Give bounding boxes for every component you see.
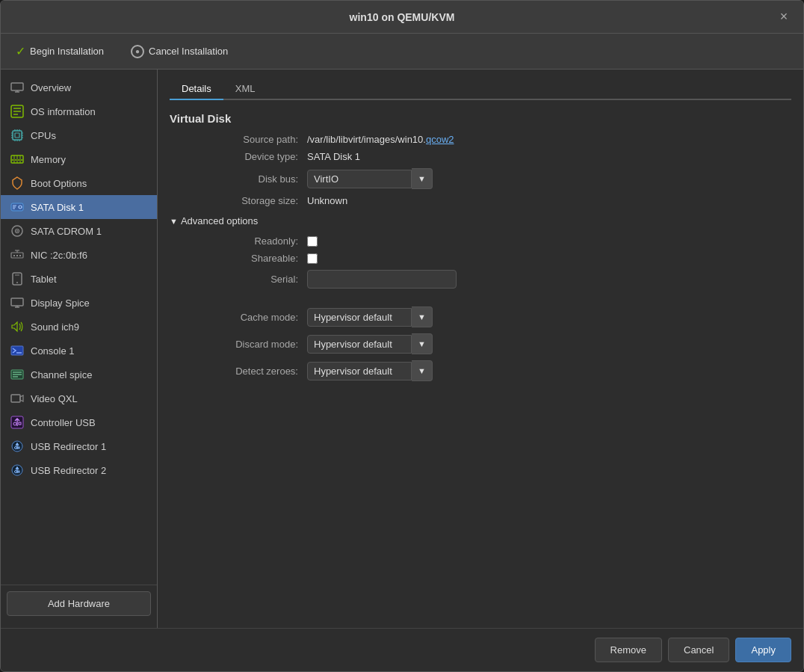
shareable-label: Shareable:: [170, 253, 304, 264]
begin-installation-button[interactable]: ✓ Begin Installation: [10, 41, 110, 61]
storage-size-label: Storage size:: [170, 195, 304, 206]
discard-mode-select[interactable]: Hypervisor default ignore unmap: [307, 335, 412, 354]
add-hardware-button[interactable]: Add Hardware: [7, 591, 151, 616]
svg-rect-49: [11, 346, 23, 355]
advanced-options-toggle[interactable]: ▼ Advanced options: [170, 215, 791, 226]
close-button[interactable]: ×: [773, 7, 794, 28]
sidebar-item-usb-redirector-2[interactable]: USB Redirector 2: [1, 458, 157, 482]
sidebar-label-os-information: OS information: [31, 106, 96, 117]
source-path-value: /var/lib/libvirt/images/win10.qcow2: [307, 134, 791, 145]
sidebar-label-display-spice: Display Spice: [31, 298, 90, 309]
sidebar-item-tablet[interactable]: Tablet: [1, 267, 157, 291]
tabs: Details XML: [170, 78, 791, 100]
sidebar-item-cpus[interactable]: CPUs: [1, 123, 157, 147]
sidebar-label-boot-options: Boot Options: [31, 178, 87, 189]
serial-field: [307, 270, 791, 289]
sidebar-label-cpus: CPUs: [31, 130, 56, 141]
tablet-icon: [10, 271, 25, 286]
usb-ctrl-icon: [10, 415, 25, 430]
disk-bus-select[interactable]: VirtIO SATA IDE SCSI: [307, 170, 412, 188]
sidebar-item-display-spice[interactable]: Display Spice: [1, 291, 157, 315]
sidebar-label-memory: Memory: [31, 154, 66, 165]
sidebar-label-usb-redirector-1: USB Redirector 1: [31, 441, 106, 452]
svg-rect-0: [11, 83, 23, 90]
sidebar-label-tablet: Tablet: [31, 274, 57, 285]
sidebar-label-sound-ich9: Sound ich9: [31, 321, 79, 333]
sidebar-item-sata-disk-1[interactable]: SATA Disk 1: [1, 195, 157, 219]
sidebar-item-sound-ich9[interactable]: Sound ich9: [1, 315, 157, 339]
remove-button[interactable]: Remove: [595, 638, 662, 662]
detect-zeroes-dropdown-arrow[interactable]: ▼: [412, 360, 433, 381]
sidebar-item-nic[interactable]: NIC :2c:0b:f6: [1, 243, 157, 267]
sidebar-label-video-qxl: Video QXL: [31, 393, 78, 404]
sidebar-item-os-information[interactable]: OS information: [1, 99, 157, 123]
device-type-value: SATA Disk 1: [307, 151, 791, 162]
usb-redir1-icon: [10, 439, 25, 454]
sidebar-item-console-1[interactable]: Console 1: [1, 339, 157, 363]
sidebar-item-usb-redirector-1[interactable]: USB Redirector 1: [1, 434, 157, 458]
readonly-field: [307, 236, 791, 247]
sidebar-label-usb-redirector-2: USB Redirector 2: [31, 465, 106, 476]
channel-icon: [10, 367, 25, 382]
disk-bus-dropdown-arrow[interactable]: ▼: [412, 168, 433, 189]
readonly-checkbox[interactable]: [307, 236, 318, 247]
svg-point-44: [16, 282, 18, 283]
shareable-checkbox[interactable]: [307, 253, 318, 264]
shareable-field: [307, 253, 791, 264]
sidebar-item-controller-usb[interactable]: Controller USB: [1, 410, 157, 434]
video-icon: [10, 391, 25, 406]
window-title: win10 on QEMU/KVM: [350, 11, 455, 23]
advanced-options-label: Advanced options: [181, 215, 258, 226]
device-type-label: Device type:: [170, 151, 304, 162]
cache-mode-dropdown-arrow[interactable]: ▼: [412, 306, 433, 327]
cache-mode-select[interactable]: Hypervisor default none writethrough wri…: [307, 308, 412, 327]
discard-mode-dropdown-arrow[interactable]: ▼: [412, 333, 433, 354]
cpu-icon: [10, 128, 25, 143]
begin-installation-label: Begin Installation: [30, 46, 104, 57]
cancel-installation-label: Cancel Installation: [149, 46, 228, 57]
svg-rect-8: [15, 133, 19, 138]
apply-button[interactable]: Apply: [735, 638, 791, 662]
nic-icon: [10, 247, 25, 262]
sidebar: Overview OS information CPUs Memory: [1, 70, 158, 628]
sidebar-label-channel-spice: Channel spice: [31, 369, 92, 380]
cancel-button[interactable]: Cancel: [668, 638, 729, 662]
content-area: Details XML Virtual Disk Source path: /v…: [158, 70, 803, 628]
sidebar-item-channel-spice[interactable]: Channel spice: [1, 363, 157, 386]
sidebar-item-overview[interactable]: Overview: [1, 75, 157, 99]
memory-icon: [10, 152, 25, 167]
tab-xml[interactable]: XML: [223, 78, 268, 100]
storage-size-value: Unknown: [307, 195, 791, 206]
discard-mode-field: Hypervisor default ignore unmap ▼: [307, 333, 791, 354]
source-path-link[interactable]: qcow2: [426, 134, 454, 145]
serial-label: Serial:: [170, 274, 304, 285]
detect-zeroes-field: Hypervisor default off on unmap ▼: [307, 360, 791, 381]
detect-zeroes-select[interactable]: Hypervisor default off on unmap: [307, 362, 412, 380]
source-path-label: Source path:: [170, 134, 304, 145]
svg-rect-46: [11, 298, 23, 306]
toolbar: ✓ Begin Installation ● Cancel Installati…: [1, 34, 803, 70]
cancel-installation-button[interactable]: ● Cancel Installation: [125, 42, 234, 61]
main-area: Overview OS information CPUs Memory: [1, 70, 803, 628]
sidebar-item-memory[interactable]: Memory: [1, 147, 157, 171]
disk-bus-field: VirtIO SATA IDE SCSI ▼: [307, 168, 791, 189]
source-path-text: /var/lib/libvirt/images/win10.: [307, 134, 426, 145]
check-icon: ✓: [16, 44, 25, 58]
svg-rect-55: [11, 395, 20, 402]
cdrom-icon: [10, 224, 25, 238]
svg-point-36: [16, 230, 18, 232]
usb-redir2-icon: [10, 463, 25, 478]
cancel-icon: ●: [131, 45, 144, 58]
sidebar-item-video-qxl[interactable]: Video QXL: [1, 386, 157, 410]
sidebar-item-sata-cdrom-1[interactable]: SATA CDROM 1: [1, 219, 157, 243]
sidebar-label-overview: Overview: [31, 82, 71, 93]
discard-mode-label: Discard mode:: [170, 339, 304, 350]
svg-rect-39: [16, 255, 18, 256]
disk-bus-label: Disk bus:: [170, 173, 304, 185]
tab-details[interactable]: Details: [170, 78, 223, 100]
os-icon: [10, 104, 25, 119]
sidebar-bottom: Add Hardware: [1, 585, 157, 622]
sidebar-label-nic: NIC :2c:0b:f6: [31, 250, 87, 261]
serial-input[interactable]: [307, 270, 457, 289]
sidebar-item-boot-options[interactable]: Boot Options: [1, 171, 157, 195]
